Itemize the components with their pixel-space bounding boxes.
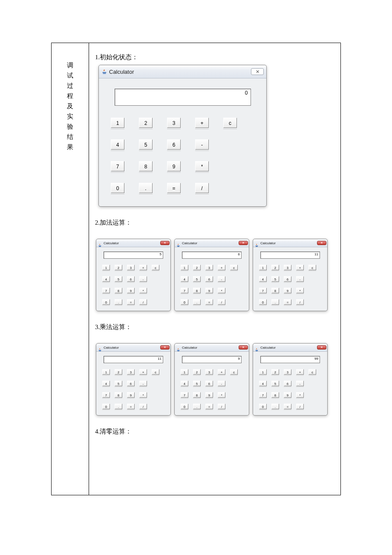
key-6[interactable]: 6 [205, 276, 213, 282]
key-4[interactable]: 4 [259, 276, 267, 282]
key-6[interactable]: 6 [127, 276, 135, 282]
key-4[interactable]: 4 [181, 381, 188, 386]
key-2[interactable]: 2 [115, 265, 122, 270]
key-3[interactable]: 3 [205, 265, 213, 270]
key-minus[interactable]: - [296, 276, 304, 282]
key-9[interactable]: 9 [205, 392, 213, 398]
close-button[interactable]: ✕ [160, 345, 170, 350]
key-clear[interactable]: c [230, 265, 238, 270]
key-7[interactable]: 7 [259, 392, 267, 398]
key-5[interactable]: 5 [139, 139, 153, 150]
key-1[interactable]: 1 [102, 369, 110, 375]
key-8[interactable]: 8 [193, 392, 201, 398]
key-equals[interactable]: = [284, 404, 291, 409]
key-divide[interactable]: / [139, 299, 147, 305]
key-2[interactable]: 2 [271, 265, 279, 270]
key-dot[interactable]: . [115, 299, 122, 305]
close-button[interactable]: ✕ [317, 345, 326, 350]
key-8[interactable]: 8 [271, 288, 279, 293]
close-button[interactable]: ✕ [251, 68, 264, 75]
key-plus[interactable]: + [195, 118, 209, 128]
key-3[interactable]: 3 [127, 265, 135, 270]
key-2[interactable]: 2 [271, 369, 279, 375]
key-9[interactable]: 9 [127, 288, 135, 293]
key-divide[interactable]: / [296, 299, 304, 305]
key-clear[interactable]: c [308, 369, 316, 375]
key-4[interactable]: 4 [102, 381, 110, 386]
key-1[interactable]: 1 [259, 265, 267, 270]
key-7[interactable]: 7 [259, 288, 267, 293]
key-equals[interactable]: = [205, 299, 213, 305]
key-clear[interactable]: c [308, 265, 316, 270]
key-multiply[interactable]: * [296, 288, 304, 293]
key-divide[interactable]: / [218, 404, 225, 409]
key-dot[interactable]: . [115, 404, 122, 409]
key-3[interactable]: 3 [284, 265, 291, 270]
key-7[interactable]: 7 [111, 161, 124, 171]
key-2[interactable]: 2 [193, 369, 201, 375]
key-5[interactable]: 5 [115, 381, 122, 386]
key-plus[interactable]: + [218, 369, 225, 375]
key-divide[interactable]: / [195, 183, 209, 193]
key-0[interactable]: 0 [102, 299, 110, 305]
key-7[interactable]: 7 [181, 392, 188, 398]
key-1[interactable]: 1 [111, 118, 124, 128]
key-3[interactable]: 3 [284, 369, 291, 375]
key-plus[interactable]: + [139, 265, 147, 270]
key-equals[interactable]: = [127, 299, 135, 305]
key-dot[interactable]: . [271, 299, 279, 305]
key-4[interactable]: 4 [102, 276, 110, 282]
key-4[interactable]: 4 [259, 381, 267, 386]
key-9[interactable]: 9 [127, 392, 135, 398]
key-7[interactable]: 7 [181, 288, 188, 293]
key-dot[interactable]: . [271, 404, 279, 409]
key-equals[interactable]: = [284, 299, 291, 305]
key-multiply[interactable]: * [139, 288, 147, 293]
key-multiply[interactable]: * [195, 161, 209, 171]
key-4[interactable]: 4 [181, 276, 188, 282]
key-multiply[interactable]: * [218, 392, 225, 398]
key-equals[interactable]: = [167, 183, 181, 193]
key-9[interactable]: 9 [167, 161, 181, 171]
key-divide[interactable]: / [296, 404, 304, 409]
key-8[interactable]: 8 [271, 392, 279, 398]
key-dot[interactable]: . [139, 183, 153, 193]
key-clear[interactable]: c [223, 118, 237, 128]
key-5[interactable]: 5 [193, 381, 201, 386]
key-1[interactable]: 1 [181, 369, 188, 375]
key-9[interactable]: 9 [284, 392, 291, 398]
key-5[interactable]: 5 [271, 276, 279, 282]
key-dot[interactable]: . [193, 299, 201, 305]
close-button[interactable]: ✕ [160, 241, 170, 245]
key-3[interactable]: 3 [167, 118, 181, 128]
key-8[interactable]: 8 [139, 161, 153, 171]
key-8[interactable]: 8 [193, 288, 201, 293]
key-3[interactable]: 3 [127, 369, 135, 375]
key-0[interactable]: 0 [259, 299, 267, 305]
key-minus[interactable]: - [195, 139, 209, 150]
key-minus[interactable]: - [139, 381, 147, 386]
key-clear[interactable]: c [152, 369, 159, 375]
key-equals[interactable]: = [205, 404, 213, 409]
key-1[interactable]: 1 [102, 265, 110, 270]
key-2[interactable]: 2 [115, 369, 122, 375]
key-8[interactable]: 8 [115, 288, 122, 293]
close-button[interactable]: ✕ [317, 241, 326, 245]
key-6[interactable]: 6 [205, 381, 213, 386]
key-multiply[interactable]: * [296, 392, 304, 398]
close-button[interactable]: ✕ [239, 241, 248, 245]
key-7[interactable]: 7 [102, 392, 110, 398]
key-9[interactable]: 9 [205, 288, 213, 293]
key-8[interactable]: 8 [115, 392, 122, 398]
key-5[interactable]: 5 [271, 381, 279, 386]
key-0[interactable]: 0 [181, 404, 188, 409]
key-divide[interactable]: / [139, 404, 147, 409]
key-clear[interactable]: c [152, 265, 159, 270]
key-6[interactable]: 6 [167, 139, 181, 150]
key-1[interactable]: 1 [181, 265, 188, 270]
key-minus[interactable]: - [218, 276, 225, 282]
key-0[interactable]: 0 [259, 404, 267, 409]
key-minus[interactable]: - [139, 276, 147, 282]
key-9[interactable]: 9 [284, 288, 291, 293]
key-5[interactable]: 5 [193, 276, 201, 282]
